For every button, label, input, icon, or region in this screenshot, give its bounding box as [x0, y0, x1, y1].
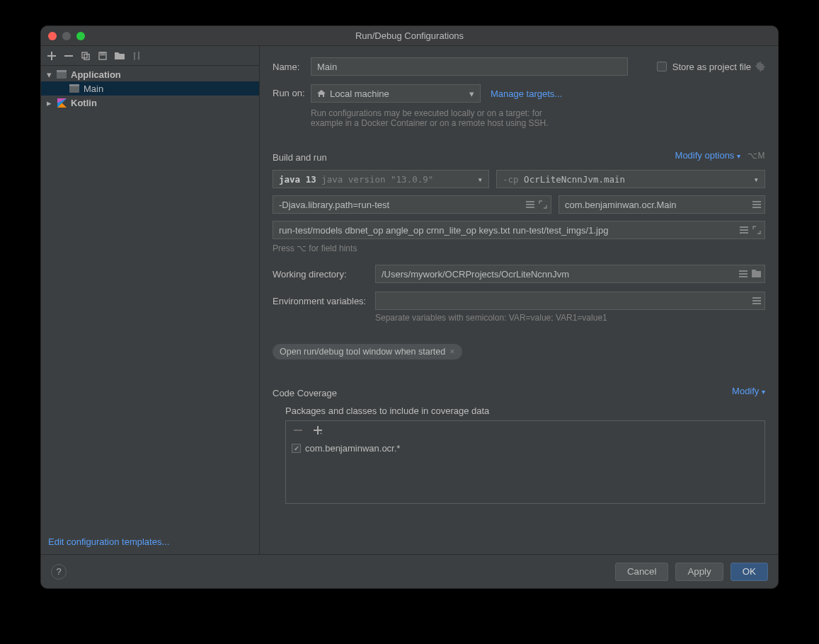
svg-rect-15	[752, 201, 761, 202]
svg-rect-16	[752, 204, 761, 205]
help-button[interactable]: ?	[51, 564, 67, 580]
svg-rect-14	[526, 207, 534, 208]
add-icon[interactable]	[313, 425, 323, 435]
modify-options-link[interactable]: Modify options ▾	[675, 150, 740, 161]
svg-rect-6	[57, 70, 67, 72]
list-icon[interactable]	[752, 200, 761, 209]
run-on-value: Local machine	[330, 88, 389, 99]
run-on-combo[interactable]: Local machine ▾	[311, 84, 481, 103]
application-config-icon	[69, 84, 79, 93]
coverage-title: Code Coverage	[273, 388, 337, 398]
chevron-down-icon: ▾	[753, 174, 759, 185]
chevron-down-icon[interactable]: ▾	[45, 69, 52, 80]
manage-targets-link[interactable]: Manage targets...	[491, 88, 562, 99]
ok-button[interactable]: OK	[731, 563, 768, 581]
svg-rect-0	[64, 55, 73, 57]
folder-icon[interactable]	[115, 51, 125, 61]
store-label: Store as project file	[672, 62, 751, 72]
coverage-toolbar	[286, 421, 764, 440]
chevron-right-icon[interactable]: ▸	[45, 98, 52, 108]
chevron-down-icon: ▾	[477, 174, 483, 185]
expand-icon[interactable]	[539, 200, 547, 209]
cancel-button[interactable]: Cancel	[615, 563, 669, 581]
coverage-list-box: ✓ com.benjaminwan.ocr.*	[285, 420, 765, 504]
run-debug-config-dialog: Run/Debug Configurations	[40, 25, 779, 589]
dialog-footer: ? Cancel Apply OK	[41, 554, 778, 588]
svg-rect-12	[526, 201, 534, 202]
working-dir-row: Working directory:	[273, 265, 765, 283]
run-on-hint: Run configurations may be executed local…	[311, 108, 551, 128]
browse-folder-icon[interactable]	[752, 270, 761, 278]
checkbox-checked-icon[interactable]: ✓	[292, 444, 301, 453]
sidebar: ▾ Application Main ▸	[41, 46, 260, 554]
remove-icon[interactable]	[64, 51, 74, 61]
build-run-title: Build and run	[273, 152, 327, 163]
vm-options-input[interactable]	[273, 195, 551, 214]
add-icon[interactable]	[47, 51, 57, 61]
svg-rect-21	[739, 270, 748, 272]
svg-rect-26	[752, 303, 761, 304]
svg-rect-17	[752, 207, 761, 208]
main-class-input[interactable]	[559, 195, 765, 214]
checkbox-box-icon	[657, 62, 667, 71]
tree-label: Kotlin	[71, 98, 97, 108]
footer-buttons: Cancel Apply OK	[615, 563, 768, 581]
env-input[interactable]	[375, 292, 765, 310]
tree-node-kotlin[interactable]: ▸ Kotlin	[41, 96, 259, 110]
field-hints: Press ⌥ for field hints	[273, 243, 765, 253]
name-row: Name: Store as project file	[273, 57, 765, 76]
coverage-subtitle: Packages and classes to include in cover…	[285, 406, 765, 416]
config-tree: ▾ Application Main ▸	[41, 66, 259, 529]
program-args-row	[273, 221, 765, 239]
home-icon	[317, 89, 326, 98]
run-on-row: Run on: Local machine ▾ Manag	[273, 84, 765, 128]
list-icon[interactable]	[739, 270, 748, 278]
svg-rect-13	[526, 204, 534, 205]
tree-label: Main	[84, 84, 103, 94]
svg-rect-24	[752, 297, 761, 299]
run-on-label: Run on:	[273, 88, 311, 98]
tree-label: Application	[71, 69, 121, 80]
gear-icon[interactable]	[755, 62, 765, 71]
kotlin-type-icon	[57, 98, 67, 108]
name-input[interactable]	[311, 57, 628, 76]
jdk-combo[interactable]: java 13 java version "13.0.9" ▾	[273, 170, 489, 188]
build-run-header: Build and run Modify options ▾ ⌥M	[273, 141, 765, 170]
expand-icon[interactable]	[752, 226, 761, 234]
coverage-header: Code Coverage Modify ▾	[273, 376, 765, 406]
tree-node-application[interactable]: ▾ Application	[41, 67, 259, 81]
list-icon[interactable]	[752, 297, 761, 305]
jdk-classpath-row: java 13 java version "13.0.9" ▾ -cp OcrL…	[273, 170, 765, 188]
apply-button[interactable]: Apply	[675, 563, 723, 581]
save-icon[interactable]	[98, 51, 108, 61]
application-type-icon	[57, 69, 67, 79]
coverage-item-label: com.benjaminwan.ocr.*	[305, 443, 400, 454]
edit-templates-link[interactable]: Edit configuration templates...	[48, 536, 169, 547]
open-tool-window-tag[interactable]: Open run/debug tool window when started …	[273, 344, 462, 360]
working-dir-input[interactable]	[375, 265, 765, 283]
list-icon[interactable]	[526, 200, 534, 209]
env-label: Environment variables:	[273, 296, 375, 306]
classpath-combo[interactable]: -cp OcrLiteNcnnJvm.main ▾	[496, 170, 765, 188]
env-vars-row: Environment variables:	[273, 292, 765, 310]
copy-icon[interactable]	[81, 51, 91, 61]
svg-rect-25	[752, 300, 761, 301]
chevron-down-icon: ▾	[469, 88, 474, 99]
store-as-project-file-checkbox[interactable]: Store as project file	[657, 62, 751, 72]
tags-row: Open run/debug tool window when started …	[273, 344, 765, 360]
modify-coverage-link[interactable]: Modify ▾	[732, 386, 765, 396]
list-icon[interactable]	[740, 226, 748, 234]
working-dir-label: Working directory:	[273, 269, 375, 280]
sort-icon	[132, 51, 142, 61]
remove-icon	[293, 425, 303, 435]
svg-rect-23	[739, 276, 748, 277]
titlebar: Run/Debug Configurations	[41, 26, 778, 46]
coverage-item[interactable]: ✓ com.benjaminwan.ocr.*	[292, 443, 759, 454]
program-args-input[interactable]	[273, 221, 765, 239]
tree-node-main[interactable]: Main	[41, 81, 259, 96]
svg-rect-18	[740, 226, 748, 228]
svg-rect-22	[739, 273, 748, 275]
vm-mainclass-row	[273, 195, 765, 214]
close-icon[interactable]: ×	[449, 347, 454, 357]
coverage-list[interactable]: ✓ com.benjaminwan.ocr.*	[286, 440, 764, 503]
